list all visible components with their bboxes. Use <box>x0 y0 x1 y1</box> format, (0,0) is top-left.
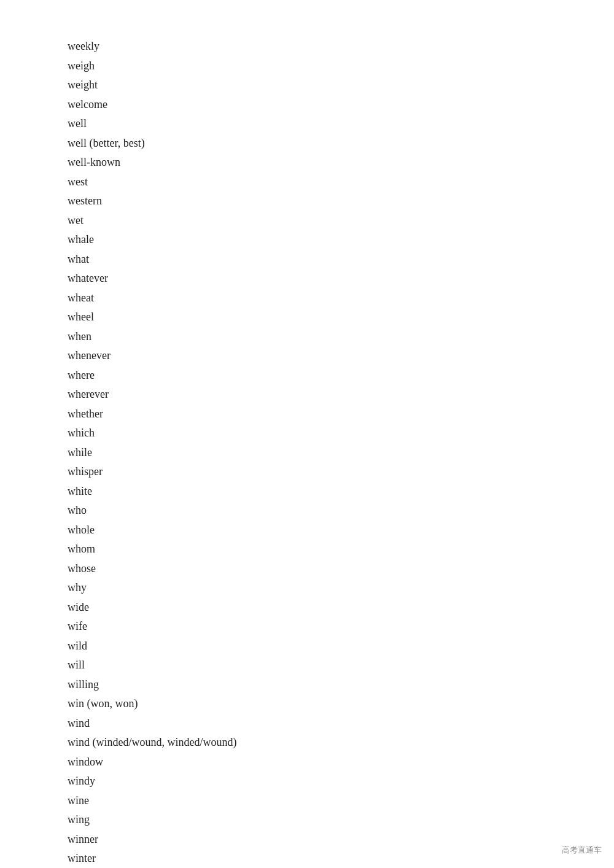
list-item: wheat <box>68 289 614 308</box>
list-item: willing <box>68 675 614 695</box>
list-item: wind (winded/wound, winded/wound) <box>68 733 614 753</box>
list-item: windy <box>68 772 614 791</box>
list-item: welcome <box>68 95 614 115</box>
watermark: 高考直通车 <box>562 845 602 856</box>
list-item: what <box>68 250 614 269</box>
list-item: wine <box>68 791 614 811</box>
list-item: while <box>68 443 614 463</box>
list-item: well-known <box>68 153 614 172</box>
list-item: weekly <box>68 37 614 56</box>
list-item: weigh <box>68 56 614 76</box>
list-item: whatever <box>68 269 614 289</box>
list-item: wheel <box>68 308 614 327</box>
list-item: which <box>68 424 614 443</box>
list-item: when <box>68 327 614 347</box>
list-item: who <box>68 501 614 521</box>
list-item: well (better, best) <box>68 134 614 153</box>
list-item: where <box>68 366 614 386</box>
list-item: wife <box>68 617 614 637</box>
list-item: wide <box>68 598 614 618</box>
list-item: whisper <box>68 462 614 482</box>
list-item: whose <box>68 559 614 579</box>
list-item: white <box>68 482 614 502</box>
list-item: wild <box>68 637 614 656</box>
list-item: wet <box>68 211 614 231</box>
word-list: weeklyweighweightwelcomewellwell (better… <box>0 0 614 868</box>
list-item: will <box>68 656 614 675</box>
list-item: west <box>68 172 614 192</box>
list-item: window <box>68 753 614 772</box>
list-item: western <box>68 192 614 211</box>
list-item: whale <box>68 230 614 250</box>
list-item: whole <box>68 521 614 540</box>
list-item: well <box>68 114 614 134</box>
list-item: wind <box>68 714 614 734</box>
list-item: whenever <box>68 346 614 366</box>
list-item: whether <box>68 405 614 424</box>
list-item: wing <box>68 810 614 830</box>
list-item: winter <box>68 849 614 868</box>
list-item: win (won, won) <box>68 694 614 714</box>
list-item: weight <box>68 76 614 95</box>
list-item: why <box>68 578 614 598</box>
list-item: whom <box>68 540 614 559</box>
list-item: winner <box>68 830 614 850</box>
list-item: wherever <box>68 385 614 405</box>
